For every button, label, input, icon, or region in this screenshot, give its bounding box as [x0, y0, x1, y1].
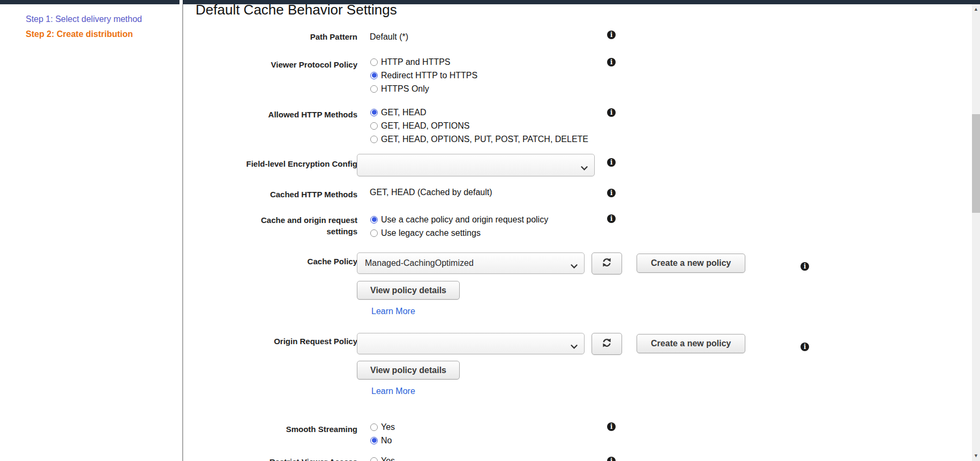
origin-request-policy-create-new-button[interactable]: Create a new policy	[637, 334, 745, 353]
sidebar-divider	[182, 4, 183, 461]
radio-option-label: Redirect HTTP to HTTPS	[381, 70, 477, 80]
radio-option-get-head[interactable]: GET, HEAD	[370, 107, 426, 117]
cache-origin-settings-label: Cache and origin request settings	[204, 214, 357, 237]
origin-request-policy-view-details-button[interactable]: View policy details	[357, 361, 460, 380]
chevron-down-icon	[571, 341, 578, 351]
cache-policy-refresh-button[interactable]	[592, 252, 622, 274]
cached-http-methods-label: Cached HTTP Methods	[204, 189, 357, 200]
create-distribution-page: Step 1: Select delivery method Step 2: C…	[0, 0, 980, 461]
radio-option-use-legacy-cache[interactable]: Use legacy cache settings	[370, 228, 481, 238]
section-title: Default Cache Behavior Settings	[196, 2, 397, 18]
radio-icon[interactable]	[370, 457, 378, 461]
label-line-2: settings	[326, 227, 357, 236]
cache-policy-create-new-button[interactable]: Create a new policy	[637, 254, 745, 273]
info-icon[interactable]	[607, 108, 616, 117]
radio-option-label: GET, HEAD, OPTIONS, PUT, POST, PATCH, DE…	[381, 134, 588, 144]
cache-policy-view-details-button[interactable]: View policy details	[357, 281, 460, 300]
viewer-protocol-policy-label: Viewer Protocol Policy	[204, 59, 357, 70]
origin-request-policy-select[interactable]	[357, 333, 585, 354]
path-pattern-label: Path Pattern	[204, 31, 357, 42]
radio-icon-selected[interactable]	[370, 437, 378, 444]
radio-option-label: HTTPS Only	[381, 84, 429, 94]
radio-option-http-and-https[interactable]: HTTP and HTTPS	[370, 57, 451, 67]
radio-option-smooth-streaming-no[interactable]: No	[370, 435, 392, 445]
radio-icon[interactable]	[370, 122, 378, 130]
info-icon[interactable]	[801, 262, 809, 271]
radio-option-https-only[interactable]: HTTPS Only	[370, 84, 429, 94]
radio-option-label: Use a cache policy and origin request po…	[381, 214, 548, 225]
top-dark-bar	[0, 0, 980, 4]
info-icon[interactable]	[607, 158, 616, 167]
info-icon[interactable]	[607, 457, 616, 461]
radio-option-all-methods[interactable]: GET, HEAD, OPTIONS, PUT, POST, PATCH, DE…	[370, 134, 588, 144]
refresh-icon	[602, 257, 612, 270]
refresh-icon	[602, 338, 612, 350]
radio-option-use-cache-policy[interactable]: Use a cache policy and origin request po…	[370, 214, 548, 225]
radio-icon[interactable]	[370, 423, 378, 431]
field-level-encryption-select[interactable]	[357, 154, 595, 176]
origin-request-policy-label: Origin Request Policy	[204, 336, 357, 347]
radio-icon-selected[interactable]	[370, 72, 378, 79]
radio-option-label: Use legacy cache settings	[381, 228, 481, 238]
info-icon[interactable]	[607, 422, 616, 431]
vertical-scrollbar[interactable]: ▲ ▼	[972, 4, 980, 461]
radio-option-label: No	[381, 435, 392, 445]
radio-option-get-head-options[interactable]: GET, HEAD, OPTIONS	[370, 121, 469, 131]
path-pattern-value: Default (*)	[370, 32, 408, 42]
info-icon[interactable]	[607, 214, 616, 223]
radio-option-label: Yes	[381, 456, 395, 461]
cache-policy-value: Managed-CachingOptimized	[365, 258, 474, 268]
smooth-streaming-label: Smooth Streaming	[204, 423, 357, 435]
cache-policy-label: Cache Policy	[204, 256, 357, 267]
chevron-down-icon	[571, 261, 578, 271]
info-icon[interactable]	[607, 31, 616, 39]
field-level-encryption-config-label: Field-level Encryption Config	[204, 158, 357, 169]
info-icon[interactable]	[607, 189, 616, 197]
scrollbar-down-arrow-icon[interactable]: ▼	[972, 452, 980, 459]
radio-icon-selected[interactable]	[370, 216, 378, 224]
origin-request-policy-refresh-button[interactable]	[592, 333, 622, 355]
sidebar-step-2-current: Step 2: Create distribution	[26, 29, 133, 39]
chevron-down-icon	[581, 163, 588, 173]
sidebar-step-1-link[interactable]: Step 1: Select delivery method	[26, 14, 142, 24]
restrict-viewer-access-label: Restrict Viewer Access	[204, 456, 357, 461]
radio-icon[interactable]	[370, 229, 378, 237]
allowed-http-methods-label: Allowed HTTP Methods	[204, 109, 357, 120]
cache-policy-learn-more-link[interactable]: Learn More	[371, 307, 415, 316]
radio-option-label: GET, HEAD	[381, 107, 426, 117]
radio-option-label: GET, HEAD, OPTIONS	[381, 121, 469, 131]
origin-request-policy-learn-more-link[interactable]: Learn More	[371, 386, 415, 396]
radio-option-smooth-streaming-yes[interactable]: Yes	[370, 422, 395, 432]
scrollbar-up-arrow-icon[interactable]: ▲	[972, 5, 980, 13]
info-icon[interactable]	[801, 343, 809, 351]
radio-icon[interactable]	[370, 85, 378, 93]
radio-icon[interactable]	[370, 136, 378, 143]
radio-option-label: Yes	[381, 422, 395, 432]
radio-option-restrict-viewer-access-yes[interactable]: Yes	[370, 456, 395, 461]
radio-icon-selected[interactable]	[370, 109, 378, 116]
top-bar-gap	[179, 0, 183, 4]
info-icon[interactable]	[607, 58, 616, 66]
radio-icon[interactable]	[370, 58, 378, 66]
radio-option-label: HTTP and HTTPS	[381, 57, 451, 67]
cached-http-methods-value: GET, HEAD (Cached by default)	[370, 187, 492, 197]
cache-policy-select[interactable]: Managed-CachingOptimized	[357, 252, 585, 274]
radio-option-redirect-http-to-https[interactable]: Redirect HTTP to HTTPS	[370, 70, 477, 80]
label-line-1: Cache and origin request	[261, 215, 357, 225]
scrollbar-thumb[interactable]	[972, 114, 980, 213]
